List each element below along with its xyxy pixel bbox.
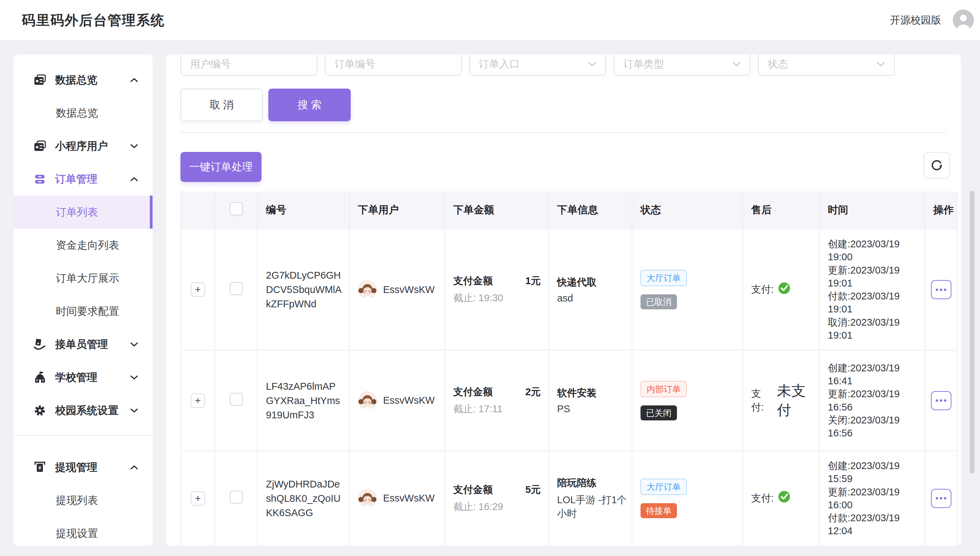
user-name: EssvWsKW [383, 493, 435, 504]
column-header-info: 下单信息 [548, 191, 632, 229]
sidebar-group-withdraw-management[interactable]: ¥ 提现管理 [14, 451, 153, 484]
wechat-pay-icon [777, 281, 791, 298]
svg-text:¥: ¥ [39, 465, 41, 470]
column-header-amount: 下单金额 [445, 191, 548, 229]
time-entry: 更新:2023/03/19 16:00 [828, 485, 916, 512]
sidebar-item-time-requirement-config[interactable]: 时间要求配置 [14, 295, 153, 328]
order-id: 2G7kDLyCP6GHDCV5SbquWMlAkZFFpWNd [266, 268, 342, 311]
order-info-title: 陪玩陪练 [557, 476, 624, 490]
ellipsis-icon [936, 289, 938, 291]
table-header-row: 编号 下单用户 下单金额 下单信息 状态 售后 时间 操作 [181, 191, 957, 229]
sidebar-group-order-taker-management[interactable]: 接单员管理 [14, 328, 153, 361]
order-id-input[interactable] [325, 55, 462, 76]
amount-label: 支付金额 [453, 385, 493, 399]
refresh-icon [930, 158, 944, 173]
order-info-detail: PS [557, 403, 630, 415]
order-type-select[interactable]: 订单类型 [614, 55, 751, 76]
school-icon [33, 371, 46, 384]
status-badge: 待接单 [640, 503, 677, 518]
status-badge: 大厅订单 [640, 478, 687, 495]
expand-column-header [181, 191, 215, 229]
row-checkbox[interactable] [230, 491, 243, 504]
chevron-down-icon [130, 375, 138, 380]
time-entry: 创建:2023/03/19 15:59 [828, 459, 916, 485]
ellipsis-icon [936, 497, 938, 499]
user-avatar [358, 489, 377, 508]
status-badge: 已关闭 [640, 406, 677, 420]
sidebar-group-label: 校园系统设置 [55, 403, 119, 418]
expand-row-button[interactable]: + [191, 393, 205, 408]
campus-settings-icon [33, 404, 46, 417]
user-id-input[interactable] [181, 55, 318, 76]
filter-form: 订单入口 订单类型 状态 [181, 55, 961, 76]
pay-status-text: 未支付 [777, 381, 811, 420]
order-entry-select[interactable]: 订单入口 [469, 55, 606, 76]
sidebar-group-order-management[interactable]: 订单管理 [14, 163, 153, 196]
time-entry: 创建:2023/03/19 19:00 [828, 238, 916, 264]
select-all-checkbox-cell [215, 191, 258, 229]
amount-value: 2元 [525, 385, 541, 399]
expand-row-button[interactable]: + [191, 283, 205, 297]
pay-label: 支付: [751, 283, 774, 296]
chevron-down-icon [130, 342, 138, 347]
edition-label: 开源校园版 [890, 13, 941, 27]
time-entry: 付款:2023/03/19 12:04 [828, 511, 916, 538]
user-name: EssvWsKW [383, 284, 435, 296]
person-icon [953, 10, 974, 31]
status-select[interactable]: 状态 [758, 55, 895, 76]
sidebar-group-label: 订单管理 [55, 172, 97, 186]
sidebar-divider [14, 435, 153, 436]
cancel-button[interactable]: 取 消 [181, 89, 263, 121]
batch-order-process-button[interactable]: 一键订单处理 [181, 152, 261, 182]
chevron-up-icon [130, 465, 138, 470]
chevron-down-icon [130, 144, 138, 149]
time-entry: 更新:2023/03/19 19:01 [828, 264, 916, 290]
sidebar-item-order-hall-display[interactable]: 订单大厅展示 [14, 262, 153, 295]
deadline: 截止: 19:30 [453, 291, 540, 305]
sidebar-item-withdraw-list[interactable]: 提现列表 [14, 484, 153, 517]
sidebar-item-funds-flow-list[interactable]: 资金走向列表 [14, 229, 153, 262]
time-entry: 取消:2023/03/19 19:01 [828, 316, 916, 342]
sidebar-group-label: 接单员管理 [55, 337, 108, 352]
more-actions-button[interactable] [931, 280, 951, 299]
sidebar-group-data-overview[interactable]: 数据总览 [14, 63, 153, 96]
order-taker-icon [33, 338, 46, 351]
search-button[interactable]: 搜 索 [268, 89, 351, 121]
sidebar-item-data-overview[interactable]: 数据总览 [14, 96, 153, 129]
refresh-button[interactable] [924, 152, 950, 178]
column-header-user: 下单用户 [349, 191, 445, 229]
sidebar-group-label: 学校管理 [55, 370, 97, 385]
sidebar-group-label: 提现管理 [55, 460, 97, 475]
table-row: + ZjWyDHRDaJDeshQL8K0_zQoIUKK6SAGG [181, 451, 957, 546]
deadline: 截止: 16:29 [453, 500, 540, 514]
row-checkbox[interactable] [230, 282, 243, 295]
row-checkbox[interactable] [230, 393, 243, 406]
sidebar-group-label: 数据总览 [55, 73, 97, 87]
expand-row-button[interactable]: + [191, 491, 205, 506]
sidebar-item-withdraw-settings[interactable]: 提现设置 [14, 517, 153, 546]
column-header-actions: 操作 [925, 191, 957, 229]
more-actions-button[interactable] [931, 391, 951, 410]
pay-label: 支付: [751, 387, 774, 414]
table-row: + 2G7kDLyCP6GHDCV5SbquWMlAkZFFpWNd [181, 229, 957, 350]
amount-value: 5元 [525, 483, 541, 497]
sidebar-group-miniprogram-users[interactable]: 小程序用户 [14, 129, 153, 163]
more-actions-button[interactable] [931, 489, 951, 508]
column-header-id: 编号 [258, 191, 349, 229]
sidebar-group-school-management[interactable]: 学校管理 [14, 361, 153, 394]
time-entry: 付款:2023/03/19 19:01 [828, 289, 916, 316]
sidebar-item-order-list[interactable]: 订单列表 [14, 196, 153, 229]
select-all-checkbox[interactable] [230, 202, 243, 215]
user-avatar[interactable] [953, 10, 974, 31]
wechat-pay-icon [777, 490, 791, 507]
table-row: + LF43zAP6lmAPGYXRaa_HtYms919UmFJ3 [181, 350, 957, 451]
time-entry: 关闭:2023/03/19 16:56 [828, 414, 916, 440]
order-info-title: 软件安装 [557, 386, 624, 400]
user-avatar [358, 280, 377, 299]
amount-label: 支付金额 [453, 483, 493, 497]
order-info-detail: asd [557, 293, 630, 304]
vertical-scrollbar[interactable] [970, 191, 975, 474]
sidebar-group-label: 小程序用户 [55, 139, 108, 153]
sidebar-group-campus-system-settings[interactable]: 校园系统设置 [14, 394, 153, 427]
order-info-title: 快递代取 [557, 276, 624, 289]
